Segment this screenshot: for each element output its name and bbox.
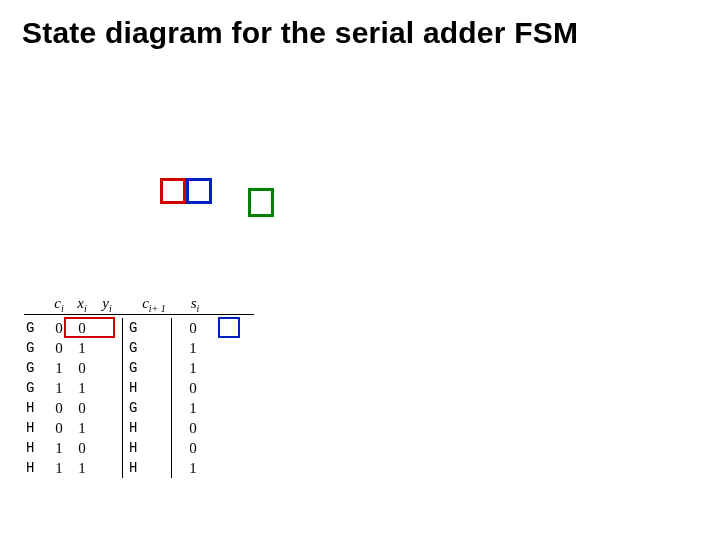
cell [147, 358, 169, 378]
cell [94, 458, 120, 478]
cell: 1 [182, 358, 204, 378]
cell: G [129, 358, 147, 378]
cell [94, 338, 120, 358]
col-ci: 0 0 1 1 0 0 1 1 [48, 318, 70, 478]
cell [94, 318, 120, 338]
col-state-left: G G G G H H H H [26, 318, 48, 478]
cell: 1 [70, 378, 94, 398]
col-si: 0 1 1 0 1 0 0 1 [182, 318, 204, 478]
cell: G [26, 338, 48, 358]
cell [94, 418, 120, 438]
cell: 1 [70, 338, 94, 358]
cell: H [26, 458, 48, 478]
cell [147, 418, 169, 438]
col-yi [94, 318, 120, 478]
header-rule [24, 314, 254, 315]
cell [147, 378, 169, 398]
cell: 0 [70, 398, 94, 418]
cell: H [129, 378, 147, 398]
hdr-ci: c [54, 295, 61, 311]
hdr-si-sub: i [197, 303, 200, 314]
cell [147, 398, 169, 418]
cell: G [26, 318, 48, 338]
cell: 1 [182, 338, 204, 358]
hdr-xi: x [77, 295, 84, 311]
cell [94, 438, 120, 458]
highlight-output-row0 [218, 317, 240, 338]
cell: 1 [182, 398, 204, 418]
hdr-si: s [191, 295, 197, 311]
cell: 0 [48, 338, 70, 358]
cell: 0 [182, 438, 204, 458]
col-xi: 0 1 0 1 0 1 0 1 [70, 318, 94, 478]
cell: 1 [48, 358, 70, 378]
cell [147, 438, 169, 458]
cell: 0 [48, 398, 70, 418]
hdr-ci1: c [142, 295, 149, 311]
cell: 1 [48, 458, 70, 478]
hdr-ci-sub: i [61, 303, 64, 314]
cell: 1 [48, 438, 70, 458]
col-ci1 [147, 318, 169, 478]
col-state-next: G G G H G H H H [129, 318, 147, 478]
hdr-ci1-plus: + 1 [152, 303, 166, 314]
cell: G [129, 398, 147, 418]
legend-box-green [248, 188, 274, 217]
cell: 1 [182, 458, 204, 478]
cell: G [129, 318, 147, 338]
cell: 1 [70, 418, 94, 438]
cell: 0 [48, 318, 70, 338]
slide-title: State diagram for the serial adder FSM [22, 16, 578, 50]
cell: 0 [48, 418, 70, 438]
cell: G [26, 378, 48, 398]
cell: 0 [182, 378, 204, 398]
cell: H [129, 418, 147, 438]
truth-table-headers: ci xi yi ci+ 1 si [26, 290, 210, 312]
cell: 1 [48, 378, 70, 398]
cell: 0 [182, 318, 204, 338]
cell: 1 [70, 458, 94, 478]
legend-box-red [160, 178, 186, 204]
cell [147, 338, 169, 358]
cell: G [129, 338, 147, 358]
cell [94, 398, 120, 418]
cell: G [26, 358, 48, 378]
legend-box-blue [186, 178, 212, 204]
cell: 0 [70, 318, 94, 338]
truth-table-body: G G G G H H H H 0 0 1 1 0 0 1 1 0 1 0 1 … [26, 318, 204, 478]
cell: H [26, 438, 48, 458]
cell [147, 458, 169, 478]
table-vline-1 [122, 318, 123, 478]
cell: H [129, 458, 147, 478]
hdr-yi-sub: i [109, 303, 112, 314]
table-vline-2 [171, 318, 172, 478]
cell: 0 [70, 438, 94, 458]
cell: H [26, 418, 48, 438]
hdr-yi: y [102, 295, 109, 311]
cell: H [129, 438, 147, 458]
cell: 0 [182, 418, 204, 438]
cell: 0 [70, 358, 94, 378]
hdr-xi-sub: i [84, 303, 87, 314]
cell [94, 378, 120, 398]
cell [94, 358, 120, 378]
cell: H [26, 398, 48, 418]
cell [147, 318, 169, 338]
